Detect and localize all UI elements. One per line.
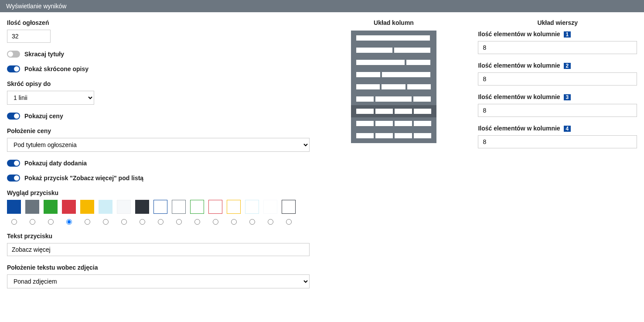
color-swatch[interactable] <box>62 200 76 214</box>
color-swatch[interactable] <box>7 200 21 214</box>
row-show-prices: Pokazuj ceny <box>7 113 310 120</box>
layout-option-row[interactable] <box>351 93 436 105</box>
swatch-radio[interactable] <box>213 219 218 225</box>
left-column: Ilość ogłoszeń Skracaj tytuły Pokaż skró… <box>7 19 310 296</box>
swatch-radio[interactable] <box>268 219 273 225</box>
color-swatch[interactable] <box>172 200 186 214</box>
color-swatch[interactable] <box>245 200 259 214</box>
color-swatch[interactable] <box>263 200 277 214</box>
show-more-btn-label: Pokaż przycisk "Zobacz więcej" pod listą <box>24 175 143 182</box>
show-prices-toggle[interactable] <box>7 113 20 120</box>
swatch-radio[interactable] <box>48 219 54 225</box>
color-swatch[interactable] <box>282 200 296 214</box>
row-count-label: Ilość elementów w kolumnie 3 <box>478 93 637 100</box>
swatch-radio[interactable] <box>194 219 200 225</box>
row-show-dates: Pokazuj daty dodania <box>7 160 310 167</box>
btn-text-input[interactable] <box>7 243 310 256</box>
layout-option-row[interactable] <box>351 44 436 56</box>
row-count-input[interactable] <box>478 41 637 54</box>
layout-option-row[interactable] <box>351 105 436 117</box>
show-prices-label: Pokazuj ceny <box>24 113 63 120</box>
swatch-radio-cell <box>263 219 277 225</box>
row-layout-title: Układ wierszy <box>478 19 637 26</box>
swatch-radio[interactable] <box>249 219 255 225</box>
color-swatch[interactable] <box>117 200 131 214</box>
layout-option-row[interactable] <box>351 69 436 81</box>
show-dates-toggle[interactable] <box>7 160 20 167</box>
layout-cell <box>356 84 380 89</box>
text-pos-label: Położenie tekstu wobec zdjęcia <box>7 264 310 271</box>
swatch-radio-cell <box>282 219 296 225</box>
color-swatch[interactable] <box>80 200 94 214</box>
swatch-radio-cell <box>62 219 76 225</box>
layout-cell <box>395 121 412 126</box>
mid-column: Układ kolumn <box>318 19 470 296</box>
swatch-radio-cell <box>25 219 39 225</box>
layout-option-row[interactable] <box>351 32 436 44</box>
swatch-radio-cell <box>80 219 94 225</box>
row-count-label: Ilość elementów w kolumnie 4 <box>478 125 637 132</box>
row-count-input[interactable] <box>478 104 637 117</box>
field-price-pos: Położenie ceny Pod tytułem ogłoszenia <box>7 127 310 152</box>
swatch-radio[interactable] <box>66 219 72 225</box>
layout-option-row[interactable] <box>351 56 436 69</box>
color-swatch[interactable] <box>190 200 204 214</box>
swatch-radio-cell <box>44 219 58 225</box>
show-short-desc-toggle[interactable] <box>7 65 20 72</box>
column-layout-preview <box>351 31 436 143</box>
swatch-radio[interactable] <box>176 219 182 225</box>
swatch-radio[interactable] <box>11 219 17 225</box>
right-column: Układ wierszy Ilość elementów w kolumnie… <box>478 19 637 296</box>
btn-look-label: Wygląd przycisku <box>7 189 310 196</box>
count-input[interactable] <box>7 30 51 43</box>
layout-option-row[interactable] <box>351 117 436 130</box>
column-index-badge: 1 <box>564 31 571 38</box>
row-count-block: Ilość elementów w kolumnie 1 <box>478 31 637 54</box>
field-btn-text: Tekst przycisku <box>7 233 310 256</box>
swatch-radio-cell <box>245 219 259 225</box>
swatch-radio[interactable] <box>158 219 164 225</box>
layout-cell <box>375 133 393 138</box>
swatch-radio[interactable] <box>231 219 237 225</box>
layout-option-row[interactable] <box>351 130 436 142</box>
price-pos-select[interactable]: Pod tytułem ogłoszenia <box>7 138 310 152</box>
shorten-titles-toggle[interactable] <box>7 51 20 58</box>
color-swatch[interactable] <box>227 200 241 214</box>
show-more-btn-toggle[interactable] <box>7 175 20 182</box>
layout-cell <box>406 60 430 65</box>
show-short-desc-label: Pokaż skrócone opisy <box>24 65 89 72</box>
layout-cell <box>375 121 393 126</box>
column-layout-title: Układ kolumn <box>374 19 414 26</box>
row-count-input[interactable] <box>478 135 637 148</box>
color-swatch[interactable] <box>25 200 39 214</box>
swatch-radio[interactable] <box>103 219 109 225</box>
row-count-input[interactable] <box>478 72 637 86</box>
swatch-radio[interactable] <box>121 219 127 225</box>
layout-option-row[interactable] <box>351 81 436 93</box>
column-index-badge: 4 <box>564 126 571 132</box>
color-swatch[interactable] <box>153 200 167 214</box>
row-show-more-btn: Pokaż przycisk "Zobacz więcej" pod listą <box>7 175 310 182</box>
row-count-label: Ilość elementów w kolumnie 2 <box>478 62 637 69</box>
swatch-radio-cell <box>172 219 186 225</box>
swatch-radio-cell <box>135 219 149 225</box>
price-pos-label: Położenie ceny <box>7 127 310 134</box>
layout-cell <box>356 96 374 102</box>
swatch-radio-cell <box>99 219 112 225</box>
color-swatch[interactable] <box>135 200 149 214</box>
swatch-radio[interactable] <box>286 219 292 225</box>
color-swatch[interactable] <box>99 200 112 214</box>
show-dates-label: Pokazuj daty dodania <box>24 160 87 167</box>
swatch-radio[interactable] <box>140 219 145 225</box>
layout-cell <box>395 109 412 114</box>
color-swatch[interactable] <box>44 200 58 214</box>
field-shorten-desc-to: Skróć opisy do 1 linii <box>7 80 310 105</box>
shorten-desc-to-select[interactable]: 1 linii <box>7 91 94 105</box>
swatch-radio[interactable] <box>30 219 35 225</box>
color-swatch[interactable] <box>208 200 222 214</box>
swatch-radio[interactable] <box>85 219 90 225</box>
text-pos-select[interactable]: Ponad zdjęciem <box>7 274 310 288</box>
panel-content: Ilość ogłoszeń Skracaj tytuły Pokaż skró… <box>0 12 644 303</box>
layout-cell <box>413 96 431 102</box>
count-label: Ilość ogłoszeń <box>7 19 310 26</box>
